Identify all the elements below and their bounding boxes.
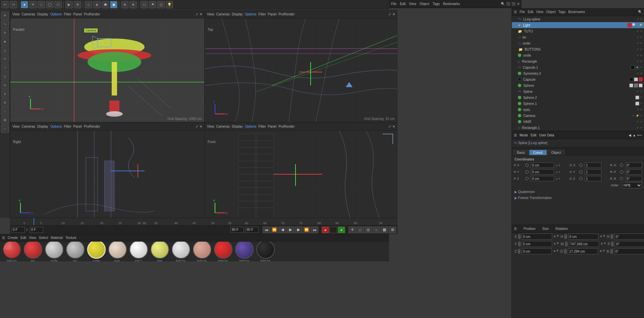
- spline-tool[interactable]: S: [1, 90, 9, 98]
- om-item-rect1[interactable]: □ Rectangle.1 ✓ ✓: [512, 125, 644, 131]
- om-item-hair[interactable]: HAIR ✓ ✓: [512, 119, 644, 125]
- vp-tl-expand[interactable]: ⤢: [196, 12, 198, 16]
- vp-tr-menu-display[interactable]: Display: [232, 12, 243, 16]
- sx-input[interactable]: 1: [585, 163, 601, 168]
- redo-icon[interactable]: ↪: [10, 1, 17, 8]
- rp-radio[interactable]: [620, 170, 623, 174]
- om-item-eyel[interactable]: eyeL ✓ ✓: [512, 107, 644, 113]
- props-edit[interactable]: Edit: [531, 133, 536, 137]
- loop-tool[interactable]: ◻: [1, 72, 9, 80]
- paint-tool[interactable]: ✎: [1, 55, 9, 63]
- point-icon[interactable]: ⬟: [102, 1, 109, 8]
- vp-tr-menu-panel[interactable]: Panel: [268, 12, 277, 16]
- vp-br-menu-cameras[interactable]: Cameras: [216, 125, 230, 128]
- knife-tool[interactable]: ⌇: [1, 64, 9, 72]
- b-rot-input[interactable]: 0°: [614, 248, 644, 254]
- next-frame-btn[interactable]: ▶: [295, 227, 302, 233]
- menu-tags[interactable]: Tags: [433, 2, 440, 6]
- px-radio[interactable]: [525, 164, 529, 167]
- om-item-smile1[interactable]: □ smile ✓ ✓: [512, 40, 644, 46]
- vp-bl-expand[interactable]: ⤢: [196, 125, 198, 128]
- next-key-btn[interactable]: ⏩: [303, 227, 310, 233]
- vp-tl-canvas[interactable]: X Y Parallel Camera Grid Spacing: 1000 c…: [10, 18, 204, 122]
- vp-br-menu-panel[interactable]: Panel: [268, 125, 277, 128]
- sy-radio[interactable]: [579, 170, 583, 174]
- vp-bl-menu-prorender[interactable]: ProRender: [84, 125, 100, 128]
- mat-item-4[interactable]: smile: [86, 241, 107, 261]
- om-item-sphere1[interactable]: Sphere.1 ✓: [512, 101, 644, 107]
- settings-icon[interactable]: ⚙: [74, 1, 81, 8]
- x-pos-input[interactable]: 0 cm: [522, 234, 552, 240]
- last-frame-btn[interactable]: ⏭: [311, 227, 318, 233]
- vp-bl-menu-panel[interactable]: Panel: [73, 125, 82, 128]
- mat-menu-texture[interactable]: Texture: [65, 236, 76, 240]
- vp-bl-canvas[interactable]: Z Y Right Grid Spacing: 100 cm: [10, 131, 204, 224]
- interactive-render-icon[interactable]: ◫: [157, 1, 165, 8]
- vp-tl-menu-prorender[interactable]: ProRender: [84, 12, 100, 16]
- freeze-toggle[interactable]: ▶: [515, 196, 518, 200]
- brush-tool[interactable]: ⊘: [1, 99, 9, 107]
- search-icon[interactable]: 🔍: [501, 2, 505, 6]
- mat-item-11[interactable]: light ha: [234, 241, 255, 261]
- select-tool[interactable]: ◈: [1, 38, 9, 46]
- pz-input[interactable]: 0 cm: [531, 176, 554, 181]
- props-mode[interactable]: Mode: [520, 133, 528, 137]
- tab-basic[interactable]: Basic: [513, 150, 529, 155]
- key-all-btn[interactable]: ◎: [365, 227, 372, 233]
- vp-br-canvas[interactable]: X Y Front Grid Spacing: 10 cm: [205, 131, 397, 224]
- rb-input[interactable]: 0°: [625, 176, 642, 181]
- vp-tl-menu-view[interactable]: View: [12, 12, 20, 16]
- om-menu-edit[interactable]: Edit: [528, 10, 533, 14]
- sy-input[interactable]: 1: [585, 169, 601, 175]
- vp-bl-menu-view[interactable]: View: [12, 125, 20, 128]
- tab-coord[interactable]: Coord.: [529, 150, 547, 155]
- om-item-sphere[interactable]: Sphere: [512, 82, 644, 88]
- axis-tool[interactable]: ⊞: [1, 116, 9, 124]
- z-pos-input[interactable]: 0 cm: [522, 248, 552, 254]
- snap-icon[interactable]: ⊕: [121, 1, 128, 8]
- h-size-input[interactable]: 0 cm: [568, 234, 598, 240]
- y-pos-input[interactable]: 0 cm: [522, 241, 552, 247]
- render-icon[interactable]: ◻: [141, 1, 148, 8]
- light-icon[interactable]: 💡: [166, 1, 173, 8]
- start-frame-input[interactable]: [11, 227, 25, 233]
- vp-tl-close[interactable]: ✕: [200, 12, 202, 16]
- back-icon[interactable]: ◀: [629, 133, 631, 137]
- mat-item-2[interactable]: smile: [44, 241, 64, 261]
- transform-icon[interactable]: ⬡: [54, 1, 62, 8]
- order-select[interactable]: HPB: [622, 182, 642, 188]
- vp-tr-expand[interactable]: ⤢: [388, 12, 391, 16]
- vp-tr-close[interactable]: ✕: [392, 12, 395, 16]
- vp-bl-menu-display[interactable]: Display: [37, 125, 48, 128]
- om-search-icon[interactable]: 🔍: [638, 10, 642, 14]
- live-select-icon[interactable]: ●: [21, 1, 28, 8]
- vp-br-close[interactable]: ✕: [392, 125, 395, 128]
- vp-tl-menu-panel[interactable]: Panel: [73, 12, 82, 16]
- object-icon[interactable]: ◉: [110, 1, 117, 8]
- vp-tl-menu-options[interactable]: Options: [50, 12, 62, 16]
- scale-tool[interactable]: ⤡: [1, 20, 9, 28]
- om-item-camera[interactable]: Camera ✓ ⚡ ✓: [512, 113, 644, 119]
- rh-input[interactable]: 0°: [625, 163, 642, 168]
- om-item-tutu[interactable]: 📁 TUTU ✓ ✓: [512, 28, 644, 34]
- first-frame-btn[interactable]: ⏮: [263, 227, 270, 233]
- quaternion-toggle[interactable]: ▶: [515, 190, 518, 194]
- magnet-icon[interactable]: ⊗: [129, 1, 137, 8]
- vp-tr-menu-filter[interactable]: Filter: [258, 12, 266, 16]
- sym-tool[interactable]: ↕: [1, 107, 9, 115]
- menu-bookmarks[interactable]: Bookmarks: [443, 2, 460, 6]
- region-icon[interactable]: ⚑: [149, 1, 156, 8]
- sz-radio[interactable]: [579, 177, 583, 180]
- om-item-capsule1[interactable]: ⬭ Capsule.1 ✓: [512, 64, 644, 70]
- vp-br-menu-options[interactable]: Options: [245, 125, 256, 128]
- rb-radio[interactable]: [620, 177, 623, 180]
- vp-bl-menu-filter[interactable]: Filter: [64, 125, 71, 128]
- h-rot-input[interactable]: 0°: [614, 234, 644, 240]
- rotate-tool[interactable]: ↻: [1, 29, 9, 37]
- om-item-spline[interactable]: 〜 Spline ✓ ✓: [512, 88, 644, 94]
- misc-tool[interactable]: ↔: [1, 125, 9, 133]
- vp-tr-menu-view[interactable]: View: [207, 12, 214, 16]
- mat-item-7[interactable]: Mat: [149, 241, 170, 261]
- vp-tr-menu-cameras[interactable]: Cameras: [216, 12, 230, 16]
- autokey-btn[interactable]: [330, 227, 337, 233]
